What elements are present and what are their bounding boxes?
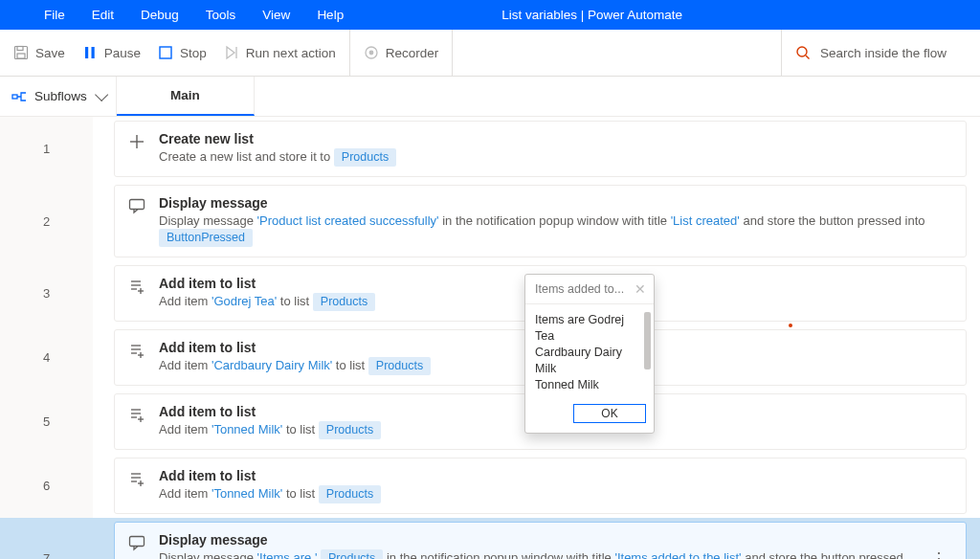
line-number: 4 <box>0 325 93 390</box>
literal-value: 'Tonned Milk' <box>212 422 282 436</box>
stop-label: Stop <box>180 46 207 60</box>
menu-edit[interactable]: Edit <box>78 2 127 28</box>
recorder-label: Recorder <box>386 46 439 60</box>
line-number: 2 <box>0 181 93 261</box>
svg-rect-5 <box>160 47 171 58</box>
additem-icon <box>128 470 145 490</box>
search-placeholder: Search inside the flow <box>820 46 947 60</box>
literal-value: 'Godrej Tea' <box>212 294 277 308</box>
dialog-title: Items added to... <box>535 282 624 296</box>
close-icon[interactable]: ✕ <box>635 281 646 297</box>
record-icon <box>364 45 379 60</box>
literal-value: 'Product list created successfully' <box>257 213 439 228</box>
variable-chip[interactable]: Products <box>319 485 381 503</box>
svg-point-8 <box>368 51 373 56</box>
recorder-button[interactable]: Recorder <box>364 45 439 60</box>
action-description: Add item 'Tonned Milk' to list Products <box>159 485 952 503</box>
step-icon <box>224 45 239 60</box>
action-row[interactable]: 2Display messageDisplay message 'Product… <box>0 181 980 261</box>
literal-value: 'Items are ' <box>257 550 318 559</box>
tab-main[interactable]: Main <box>117 77 255 116</box>
subflow-icon <box>11 89 27 104</box>
plus-icon <box>128 133 145 153</box>
literal-value: 'List created' <box>671 213 740 228</box>
action-description: Create a new list and store it to Produc… <box>159 148 952 167</box>
variable-chip[interactable]: Products <box>368 357 431 375</box>
action-row[interactable]: 4Add item to listAdd item 'Cardbaury Dai… <box>0 325 980 390</box>
line-number: 6 <box>0 454 93 518</box>
save-button[interactable]: Save <box>13 45 65 60</box>
svg-line-10 <box>806 56 810 59</box>
svg-rect-35 <box>130 536 145 546</box>
menu-help[interactable]: Help <box>303 2 357 28</box>
additem-icon <box>128 406 145 426</box>
main-menu: File Edit Debug Tools View Help <box>0 2 357 28</box>
action-title: Create new list <box>159 131 952 146</box>
titlebar: File Edit Debug Tools View Help List var… <box>0 0 980 30</box>
action-card[interactable]: Display messageDisplay message 'Items ar… <box>114 522 967 559</box>
additem-icon <box>128 278 145 298</box>
svg-rect-1 <box>17 47 23 51</box>
run-next-button[interactable]: Run next action <box>224 45 336 60</box>
save-icon <box>13 45 29 60</box>
action-row[interactable]: 5Add item to listAdd item 'Tonned Milk' … <box>0 390 980 454</box>
action-title: Add item to list <box>159 468 952 483</box>
additem-icon <box>128 342 145 362</box>
search-icon <box>795 45 811 60</box>
menu-view[interactable]: View <box>249 2 303 28</box>
message-icon <box>128 534 145 554</box>
breakpoint-dot <box>789 324 792 327</box>
variable-chip[interactable]: Products <box>334 148 396 167</box>
message-dialog: Items added to... ✕ Items are Godrej Tea… <box>524 274 655 434</box>
variable-chip[interactable]: Products <box>319 421 381 439</box>
menu-tools[interactable]: Tools <box>192 2 250 28</box>
action-row[interactable]: 1Create new listCreate a new list and st… <box>0 117 980 181</box>
line-number: 3 <box>0 261 93 325</box>
run-next-label: Run next action <box>246 46 336 60</box>
svg-rect-3 <box>85 47 88 58</box>
tabs-row: Subflows Main <box>0 77 980 117</box>
line-number: 7 <box>0 518 93 559</box>
more-icon[interactable]: ⋮ <box>925 549 952 559</box>
subflows-label: Subflows <box>34 89 87 103</box>
action-row[interactable]: 7Display messageDisplay message 'Items a… <box>0 518 980 559</box>
pause-icon <box>82 45 98 60</box>
variable-chip[interactable]: ButtonPressed <box>159 229 253 247</box>
svg-rect-4 <box>91 47 94 58</box>
toolbar: Save Pause Stop Run next action Recorder… <box>0 30 980 77</box>
chevron-down-icon <box>95 87 108 101</box>
menu-file[interactable]: File <box>31 2 78 28</box>
literal-value: 'Items added to the list' <box>614 550 741 559</box>
menu-debug[interactable]: Debug <box>127 2 192 28</box>
save-label: Save <box>35 46 65 60</box>
line-number: 1 <box>0 117 93 181</box>
action-card[interactable]: Display messageDisplay message 'Product … <box>114 185 967 257</box>
action-card[interactable]: Create new listCreate a new list and sto… <box>114 121 967 177</box>
pause-label: Pause <box>104 46 141 60</box>
action-row[interactable]: 6Add item to listAdd item 'Tonned Milk' … <box>0 454 980 518</box>
action-title: Display message <box>159 195 952 211</box>
literal-value: 'Cardbaury Dairy Milk' <box>212 358 332 372</box>
stop-icon <box>158 45 173 60</box>
svg-rect-14 <box>130 199 145 209</box>
action-description: Display message 'Items are ' Products in… <box>159 549 912 559</box>
line-number: 5 <box>0 390 93 454</box>
window-title: List variables | Power Automate <box>357 8 980 22</box>
literal-value: 'Tonned Milk' <box>212 486 282 501</box>
scrollbar[interactable] <box>644 312 651 369</box>
ok-button[interactable]: OK <box>573 404 646 423</box>
svg-point-9 <box>797 47 807 56</box>
subflows-dropdown[interactable]: Subflows <box>0 77 117 116</box>
variable-chip[interactable]: Products <box>313 293 375 311</box>
action-row[interactable]: 3Add item to listAdd item 'Godrej Tea' t… <box>0 261 980 325</box>
variable-chip[interactable]: Products <box>321 549 383 559</box>
pause-button[interactable]: Pause <box>82 45 141 60</box>
svg-rect-11 <box>12 95 17 99</box>
action-description: Display message 'Product list created su… <box>159 212 952 247</box>
dialog-body: Items are Godrej TeaCardbaury Dairy Milk… <box>535 313 624 391</box>
action-card[interactable]: Add item to listAdd item 'Tonned Milk' t… <box>114 458 967 514</box>
message-icon <box>128 197 145 217</box>
search-input[interactable]: Search inside the flow <box>795 45 967 60</box>
stop-button[interactable]: Stop <box>158 45 207 60</box>
svg-rect-2 <box>17 54 25 58</box>
